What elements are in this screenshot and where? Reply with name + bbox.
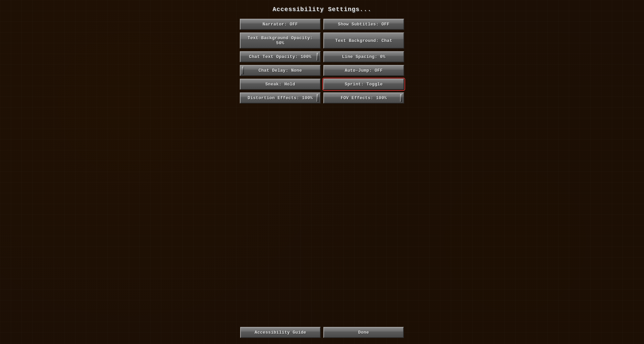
- narrator-button[interactable]: Narrator: OFF: [240, 19, 321, 30]
- show-subtitles-button[interactable]: Show Subtitles: OFF: [323, 19, 404, 30]
- fov-effects-button[interactable]: FOV Effects: 100%: [323, 92, 404, 104]
- chat-delay-label: Chat Delay: None: [259, 68, 302, 73]
- distortion-effects-button[interactable]: Distortion Effects: 100%: [240, 92, 321, 104]
- page-title: Accessibility Settings...: [272, 6, 371, 13]
- text-bg-opacity-label: Text Background Opacity: 50%: [244, 36, 317, 46]
- text-background-button[interactable]: Text Background: Chat: [323, 32, 404, 49]
- chat-text-opacity-label: Chat Text Opacity: 100%: [249, 54, 311, 59]
- chat-delay-slider-handle: [242, 67, 244, 74]
- distortion-slider-handle: [317, 94, 319, 102]
- fov-effects-label: FOV Effects: 100%: [341, 95, 387, 100]
- accessibility-guide-button[interactable]: Accessibility Guide: [240, 327, 321, 338]
- chat-delay-button[interactable]: Chat Delay: None: [240, 65, 321, 76]
- bottom-buttons: Accessibility Guide Done: [240, 327, 404, 338]
- settings-grid: Narrator: OFF Show Subtitles: OFF Text B…: [240, 19, 404, 104]
- distortion-effects-label: Distortion Effects: 100%: [248, 95, 313, 100]
- chat-text-opacity-button[interactable]: Chat Text Opacity: 100%: [240, 51, 321, 62]
- done-button[interactable]: Done: [323, 327, 404, 338]
- line-spacing-label: Line Spacing: 0%: [342, 54, 386, 59]
- sprint-button[interactable]: Sprint: Toggle: [323, 79, 404, 90]
- sneak-button[interactable]: Sneak: Hold: [240, 79, 321, 90]
- auto-jump-button[interactable]: Auto-Jump: OFF: [323, 65, 404, 76]
- line-spacing-button[interactable]: Line Spacing: 0%: [323, 51, 404, 62]
- text-bg-opacity-button[interactable]: Text Background Opacity: 50%: [240, 32, 321, 49]
- chat-opacity-slider-handle: [317, 53, 319, 61]
- fov-slider-handle: [400, 94, 402, 102]
